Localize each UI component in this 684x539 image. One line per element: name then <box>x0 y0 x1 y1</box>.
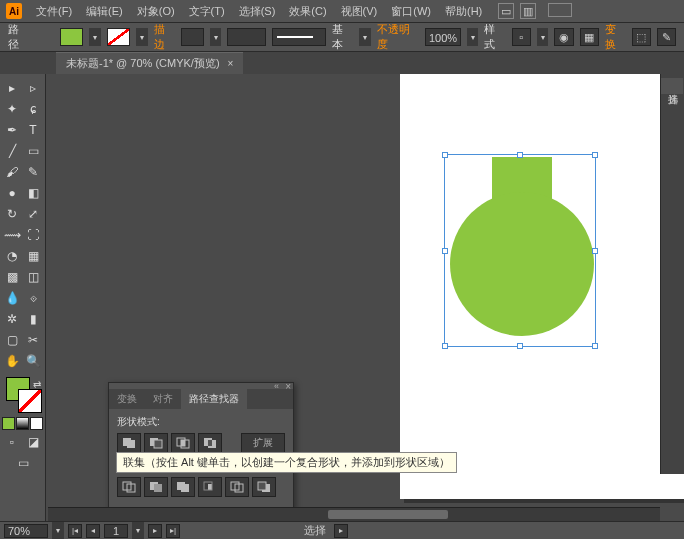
color-mode-none[interactable] <box>30 417 43 430</box>
scale-tool[interactable]: ⤢ <box>23 204 43 224</box>
paintbrush-tool[interactable]: 🖌 <box>2 162 22 182</box>
stroke-weight-input[interactable] <box>181 28 204 46</box>
hand-tool[interactable]: ✋ <box>2 351 22 371</box>
menu-window[interactable]: 窗口(W) <box>385 1 437 22</box>
draw-behind-icon[interactable]: ◪ <box>23 434 43 450</box>
menu-select[interactable]: 选择(S) <box>233 1 282 22</box>
rectangle-tool[interactable]: ▭ <box>23 141 43 161</box>
divide-button[interactable] <box>117 477 141 497</box>
tab-align[interactable]: 对齐 <box>145 389 181 409</box>
workspace-switcher[interactable] <box>548 3 572 17</box>
merge-button[interactable] <box>171 477 195 497</box>
stroke-weight-dropdown[interactable]: ▾ <box>210 28 222 46</box>
lasso-tool[interactable]: ɕ <box>23 99 43 119</box>
menu-effect[interactable]: 效果(C) <box>283 1 332 22</box>
selection-tool[interactable]: ▸ <box>2 78 22 98</box>
last-artboard-button[interactable]: ▸| <box>166 524 180 538</box>
draw-normal-icon[interactable]: ▫ <box>2 434 22 450</box>
next-artboard-button[interactable]: ▸ <box>148 524 162 538</box>
minus-front-button[interactable] <box>144 433 168 453</box>
stroke-label[interactable]: 描边 <box>154 22 175 52</box>
tab-pathfinder[interactable]: 路径查找器 <box>181 389 247 409</box>
screen-mode-icon[interactable]: ▭ <box>2 454 44 472</box>
tab-close-button[interactable]: × <box>228 58 234 69</box>
color-mode-color[interactable] <box>2 417 15 430</box>
direct-selection-tool[interactable]: ▹ <box>23 78 43 98</box>
menu-type[interactable]: 文字(T) <box>183 1 231 22</box>
recolor-artwork-icon[interactable]: ◉ <box>554 28 573 46</box>
brush-definition[interactable] <box>272 28 326 46</box>
graphic-style[interactable]: ▫ <box>512 28 531 46</box>
stroke-color-swatch[interactable] <box>107 28 130 46</box>
layout-icon[interactable]: ▭ <box>498 3 514 19</box>
layout-icon-2[interactable]: ▥ <box>520 3 536 19</box>
handle-top-left[interactable] <box>442 152 448 158</box>
blend-tool[interactable]: ⟐ <box>23 288 43 308</box>
horizontal-scrollbar[interactable] <box>48 507 660 521</box>
fill-color-swatch[interactable] <box>60 28 83 46</box>
eyedropper-tool[interactable]: 💧 <box>2 288 22 308</box>
intersect-button[interactable] <box>171 433 195 453</box>
artboard-number[interactable]: 1 <box>104 524 128 538</box>
gradient-tool[interactable]: ◫ <box>23 267 43 287</box>
pen-tool[interactable]: ✒ <box>2 120 22 140</box>
blob-brush-tool[interactable]: ● <box>2 183 22 203</box>
line-tool[interactable]: ╱ <box>2 141 22 161</box>
menu-object[interactable]: 对象(O) <box>131 1 181 22</box>
slice-tool[interactable]: ✂ <box>23 330 43 350</box>
handle-top-mid[interactable] <box>517 152 523 158</box>
zoom-tool[interactable]: 🔍 <box>23 351 43 371</box>
artboard-dropdown[interactable]: ▾ <box>132 522 144 540</box>
crop-button[interactable] <box>198 477 222 497</box>
prev-artboard-button[interactable]: ◂ <box>86 524 100 538</box>
symbol-sprayer-tool[interactable]: ✲ <box>2 309 22 329</box>
width-tool[interactable]: ⟿ <box>2 225 22 245</box>
free-transform-tool[interactable]: ⛶ <box>23 225 43 245</box>
perspective-grid-tool[interactable]: ▦ <box>23 246 43 266</box>
handle-bottom-left[interactable] <box>442 343 448 349</box>
shape-builder-tool[interactable]: ◔ <box>2 246 22 266</box>
edit-icon[interactable]: ✎ <box>657 28 676 46</box>
menu-view[interactable]: 视图(V) <box>335 1 384 22</box>
menu-edit[interactable]: 编辑(E) <box>80 1 129 22</box>
opacity-input[interactable]: 100% <box>425 28 461 46</box>
menu-file[interactable]: 文件(F) <box>30 1 78 22</box>
pencil-tool[interactable]: ✎ <box>23 162 43 182</box>
isolate-icon[interactable]: ⬚ <box>632 28 651 46</box>
magic-wand-tool[interactable]: ✦ <box>2 99 22 119</box>
expand-button[interactable]: 扩展 <box>241 433 285 453</box>
opacity-label[interactable]: 不透明度 <box>377 22 419 52</box>
menu-help[interactable]: 帮助(H) <box>439 1 488 22</box>
zoom-level[interactable]: 70% <box>4 524 48 538</box>
artboard-tool[interactable]: ▢ <box>2 330 22 350</box>
align-icon[interactable]: ▦ <box>580 28 599 46</box>
type-tool[interactable]: T <box>23 120 43 140</box>
panel-collapse-icon[interactable]: « <box>274 381 279 391</box>
stroke-color[interactable] <box>18 389 42 413</box>
brush-dropdown[interactable]: ▾ <box>359 28 371 46</box>
variable-width-profile[interactable] <box>227 28 265 46</box>
stroke-dropdown[interactable]: ▾ <box>136 28 148 46</box>
unite-button[interactable] <box>117 433 141 453</box>
rotate-tool[interactable]: ↻ <box>2 204 22 224</box>
handle-mid-left[interactable] <box>442 248 448 254</box>
fill-dropdown[interactable]: ▾ <box>89 28 101 46</box>
style-dropdown[interactable]: ▾ <box>537 28 549 46</box>
column-graph-tool[interactable]: ▮ <box>23 309 43 329</box>
handle-bottom-right[interactable] <box>592 343 598 349</box>
outline-button[interactable] <box>225 477 249 497</box>
document-tab[interactable]: 未标题-1* @ 70% (CMYK/预览) × <box>56 52 243 74</box>
tab-transform[interactable]: 变换 <box>109 389 145 409</box>
handle-top-right[interactable] <box>592 152 598 158</box>
mesh-tool[interactable]: ▩ <box>2 267 22 287</box>
eraser-tool[interactable]: ◧ <box>23 183 43 203</box>
swap-colors-icon[interactable]: ⇄ <box>33 379 41 390</box>
scrollbar-thumb[interactable] <box>328 510 448 519</box>
color-mode-gradient[interactable] <box>16 417 29 430</box>
minus-back-button[interactable] <box>252 477 276 497</box>
handle-bottom-mid[interactable] <box>517 343 523 349</box>
zoom-dropdown[interactable]: ▾ <box>52 522 64 540</box>
exclude-button[interactable] <box>198 433 222 453</box>
first-artboard-button[interactable]: |◂ <box>68 524 82 538</box>
transform-link[interactable]: 变换 <box>605 22 626 52</box>
